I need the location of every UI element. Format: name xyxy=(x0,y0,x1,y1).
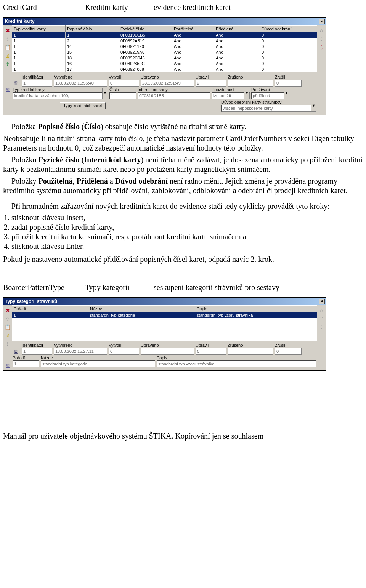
sort-desc-icon[interactable]: ⇩ xyxy=(318,324,324,330)
column-header[interactable]: Použitelná xyxy=(172,26,214,32)
combo-duvod-odebrani[interactable]: vrácení nepoškozené karty xyxy=(221,105,316,112)
table-row[interactable]: 120F0892A519AnoAno0 xyxy=(12,38,317,44)
print-icon[interactable]: 🖶 xyxy=(5,363,11,369)
chevron-down-icon[interactable]: ▼ xyxy=(284,88,289,99)
table-cell: 1 xyxy=(12,38,66,44)
table-cell: Ano xyxy=(214,50,260,55)
field-identifikator: 1 xyxy=(22,348,52,355)
export-icon[interactable]: ⇪ xyxy=(5,61,11,67)
table-row[interactable]: 1170F08924058AnoAno0 xyxy=(12,67,317,72)
combo-typ-karty[interactable]: kreditní karta se zálohou 100,- xyxy=(13,92,108,99)
label-vytvoril: Vytvořil xyxy=(109,75,139,79)
cancel-icon[interactable]: ⦸ xyxy=(5,36,11,42)
typy-kreditnich-karet-button[interactable]: Typy kreditních karet xyxy=(60,102,106,109)
table-cell: standardní typ vzoru strávníka xyxy=(195,312,317,318)
print-icon[interactable]: 🖶 xyxy=(5,87,11,93)
field-popis[interactable]: standardní typ vzoru strávníka xyxy=(157,360,316,367)
label-poradi: Pořadí xyxy=(13,356,39,360)
heading-title: Typy kategorií xyxy=(85,283,150,292)
copy-icon[interactable]: 📋 xyxy=(5,324,11,330)
table-row[interactable]: 110F0819D1B5AnoAno0 xyxy=(12,32,317,38)
column-header[interactable]: Popis xyxy=(195,305,317,312)
table-cell: 0F0819D1B5 xyxy=(119,32,172,38)
table-cell: 15 xyxy=(66,50,119,55)
table-cell: 0F08924058 xyxy=(119,67,172,72)
label-zrusil: Zrušil xyxy=(275,343,302,348)
delete-icon[interactable]: ✖ xyxy=(5,27,11,34)
sort-desc-icon[interactable]: ⇩ xyxy=(318,44,324,50)
new-icon[interactable]: 🗎 xyxy=(5,53,11,59)
delete-icon[interactable]: ✖ xyxy=(5,308,11,314)
table-cell: 1 xyxy=(12,312,88,318)
field-upravil: 0 xyxy=(196,348,226,355)
field-nazev[interactable]: standardní typ kategorie xyxy=(41,360,155,367)
label-popis: Popis xyxy=(157,356,316,360)
field-poradi[interactable]: 1 xyxy=(13,360,39,367)
table-cell: 2 xyxy=(66,38,119,44)
chevron-down-icon[interactable]: ▼ xyxy=(311,100,316,111)
heading-desc: seskupení kategorií strávníků pro sestav… xyxy=(154,283,363,292)
field-upravil: 2 xyxy=(196,80,226,87)
print-icon[interactable]: 🖶 xyxy=(13,80,19,87)
spacer xyxy=(5,69,11,85)
export-icon[interactable]: ⇪ xyxy=(5,341,11,347)
field-cislo[interactable]: 1 xyxy=(109,92,136,99)
sort-asc-icon[interactable]: ⇧ xyxy=(318,36,324,42)
field-identifikator: 1 xyxy=(22,80,52,87)
label-upravil: Upravil xyxy=(196,343,226,348)
table-cell: Ano xyxy=(172,50,214,55)
heading-title: Kreditní karty xyxy=(85,3,150,12)
field-vytvoril: 0 xyxy=(109,348,139,355)
close-icon[interactable]: ✕ xyxy=(319,19,325,24)
column-header[interactable]: Typ kreditní karty xyxy=(12,26,66,32)
paragraph: Položka Popisné číslo (Číslo) obsahuje č… xyxy=(3,122,363,131)
field-zrusil: 0 xyxy=(275,348,302,355)
table-cell: Ano xyxy=(172,32,214,38)
chevron-down-icon[interactable]: ▼ xyxy=(244,88,249,99)
label-identifikator: Identifikátor xyxy=(22,343,52,348)
table-cell: 0 xyxy=(260,32,317,38)
field-vytvoreno: 18.08.2002 15:55:40 xyxy=(54,80,107,87)
list-item: přiložit kreditní kartu ke snímači, resp… xyxy=(11,232,363,241)
font-icon[interactable]: A xyxy=(318,27,324,34)
field-interni-kod[interactable]: 0F0819D1B5 xyxy=(138,92,210,99)
left-toolbar: ✖ ⦸ 📋 🗎 ⇪ 🖶 xyxy=(3,305,12,371)
list-item: stisknout klávesu Enter. xyxy=(11,242,363,251)
chevron-down-icon[interactable]: ▼ xyxy=(102,88,108,99)
label-interni-kod: Interní kód karty xyxy=(138,87,210,92)
print-icon[interactable]: 🖶 xyxy=(13,349,19,355)
column-header[interactable]: Fyzické číslo xyxy=(119,26,172,32)
label-zrusil: Zrušil xyxy=(275,75,302,79)
window-title: Kreditní karty xyxy=(5,19,319,24)
sort-asc-icon[interactable]: ⇧ xyxy=(318,316,324,322)
close-icon[interactable]: ✕ xyxy=(319,299,325,304)
table-cell: 1 xyxy=(12,55,66,61)
cards-table[interactable]: Typ kreditní kartyPopisné čísloFyzické č… xyxy=(12,25,317,72)
label-identifikator: Identifikátor xyxy=(22,75,52,79)
column-header[interactable]: Přidělená xyxy=(214,26,260,32)
table-row[interactable]: 1140F08921120AnoAno0 xyxy=(12,44,317,50)
copy-icon[interactable]: 📋 xyxy=(5,44,11,50)
heading-code: BoarderPatternType xyxy=(3,283,81,292)
column-header[interactable]: Důvod odebrání xyxy=(260,26,317,32)
table-row[interactable]: 1standardní typ kategoriestandardní typ … xyxy=(12,312,317,318)
table-cell: 0 xyxy=(260,38,317,44)
table-cell: 1 xyxy=(12,32,66,38)
label-vytvoril: Vytvořil xyxy=(109,343,139,348)
column-header[interactable]: Pořadí xyxy=(12,305,88,312)
list-item: zadat popisné číslo kreditní karty, xyxy=(11,223,363,232)
paragraph: Neobsahuje-li na titulní strana karty to… xyxy=(3,134,363,153)
table-row[interactable]: 1160F0892850CAnoAno0 xyxy=(12,61,317,67)
font-icon[interactable]: A xyxy=(318,308,324,314)
new-icon[interactable]: 🗎 xyxy=(5,333,11,339)
table-cell: Ano xyxy=(172,44,214,50)
cancel-icon[interactable]: ⦸ xyxy=(5,316,11,322)
column-header[interactable]: Popisné číslo xyxy=(66,26,119,32)
column-header[interactable]: Název xyxy=(88,305,195,312)
label-vytvoreno: Vytvořeno xyxy=(54,343,107,348)
left-toolbar: ✖ ⦸ 📋 🗎 ⇪ 🖶 xyxy=(3,25,12,115)
table-row[interactable]: 1150F089219A6AnoAno0 xyxy=(12,50,317,55)
categories-table[interactable]: PořadíNázevPopis 1standardní typ kategor… xyxy=(12,305,317,318)
table-row[interactable]: 1180F0892C946AnoAno0 xyxy=(12,55,317,61)
right-toolbar: A ⇧ ⇩ xyxy=(317,25,326,115)
